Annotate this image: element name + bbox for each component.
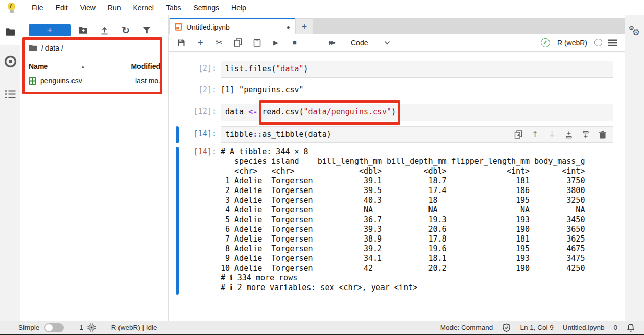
menu-tabs[interactable]: Tabs <box>166 4 181 12</box>
restart-kernel-button[interactable] <box>309 38 318 47</box>
upload-button[interactable] <box>98 24 111 36</box>
trusted-shield-icon[interactable] <box>502 323 511 332</box>
new-tab-button[interactable]: + <box>296 19 313 34</box>
insert-above-icon <box>565 131 573 139</box>
command-mode-indicator[interactable]: Mode: Command <box>440 324 493 331</box>
saved-check-icon: ✓ <box>541 38 550 47</box>
jupyterlab-window: File Edit View Run Kernel Tabs Settings … <box>0 0 644 335</box>
property-inspector-tab[interactable]: ⚙ ⚙ <box>629 26 642 39</box>
filter-icon <box>142 27 151 34</box>
code-cell-input-active[interactable]: tibble::as_tibble(data) ↑ ↓ <box>221 126 613 143</box>
delete-cell-button[interactable] <box>598 130 607 139</box>
save-icon <box>177 39 185 47</box>
cursor-position-indicator[interactable]: Ln 1, Col 9 <box>520 324 553 331</box>
tab-untitled-ipynb[interactable]: Untitled.ipynb ● <box>170 18 295 34</box>
sidebar-tab-running-kernels[interactable] <box>0 52 20 70</box>
file-name: penguins.csv <box>40 77 82 85</box>
file-modified: last mo. <box>135 77 160 85</box>
breadcrumb-path[interactable]: / data / <box>41 44 63 52</box>
cell-type-dropdown[interactable]: Code <box>351 39 390 47</box>
insert-cell-below-button[interactable] <box>581 130 590 139</box>
sidebar-tab-table-of-contents[interactable] <box>0 85 20 103</box>
upload-icon <box>100 26 109 35</box>
kernel-status-item[interactable]: R (webR) | Idle <box>111 324 157 331</box>
chip-icon <box>87 323 96 332</box>
tab-title: Untitled.ipynb <box>186 23 230 31</box>
toolbar-menu-button[interactable] <box>608 39 617 46</box>
menu-bar: File Edit View Run Kernel Tabs Settings … <box>0 0 644 15</box>
duplicate-cell-button[interactable] <box>514 130 522 139</box>
code-cell-input[interactable]: list.files("data") <box>221 61 613 78</box>
output-collapser[interactable] <box>176 147 179 295</box>
column-header-name[interactable]: Name <box>29 62 48 70</box>
cell-output-text: [1] "penguins.csv" <box>221 85 304 95</box>
menu-edit[interactable]: Edit <box>56 4 68 12</box>
kernel-session-count: 1 <box>79 324 83 331</box>
notebook-dock-panel: Untitled.ipynb ● + + ✂ <box>169 15 625 321</box>
sort-ascending-icon: ▲ <box>81 64 85 69</box>
sidebar-tab-file-browser[interactable] <box>0 22 20 41</box>
gear-icon: ⚙ <box>632 27 640 38</box>
tab-bar: Untitled.ipynb ● + <box>169 18 625 34</box>
run-cell-button[interactable]: ▶ <box>271 38 280 47</box>
menu-kernel[interactable]: Kernel <box>133 4 153 12</box>
file-list-header: Name ▲ Modified <box>29 60 160 73</box>
refresh-button[interactable]: ↻ <box>119 24 132 36</box>
notebook-icon <box>175 23 182 31</box>
list-icon <box>5 89 16 99</box>
lightbulb-base <box>10 10 14 13</box>
add-cell-button[interactable]: + <box>196 38 205 47</box>
dirty-indicator-icon[interactable]: ● <box>287 23 290 31</box>
menu-settings[interactable]: Settings <box>194 4 220 12</box>
new-launcher-button[interactable]: + <box>29 24 71 36</box>
status-right-group: Mode: Command Ln 1, Col 9 Untitled.ipynb… <box>440 323 635 332</box>
activity-bar <box>0 15 20 321</box>
new-folder-icon <box>78 26 88 34</box>
copy-cells-button[interactable] <box>233 38 243 47</box>
status-left-group: Simple <box>18 323 64 332</box>
cut-cells-button[interactable]: ✂ <box>214 38 224 47</box>
cell-output-prompt-active: [14]: <box>169 147 217 157</box>
kernel-sessions-item[interactable]: 1 <box>79 323 96 332</box>
kernel-status-icon <box>594 39 602 46</box>
menu-run[interactable]: Run <box>108 4 121 12</box>
move-cell-up-button[interactable]: ↑ <box>531 130 539 139</box>
bell-icon[interactable] <box>627 323 635 332</box>
menu-view[interactable]: View <box>80 4 96 12</box>
cell-type-value: Code <box>351 39 368 47</box>
simple-mode-label: Simple <box>18 324 39 331</box>
cell-input-prompt: [2]: <box>169 64 217 74</box>
fast-forward-icon: ▶▶ <box>329 39 336 46</box>
paste-cells-button[interactable] <box>252 38 261 47</box>
toolbar-right-group: ✓ R (webR) <box>541 38 617 47</box>
duplicate-icon <box>514 130 522 139</box>
filter-button[interactable] <box>140 24 153 36</box>
trash-icon <box>599 131 606 139</box>
move-cell-down-button[interactable]: ↓ <box>547 130 556 139</box>
menu-help[interactable]: Help <box>231 4 246 12</box>
toggle-knob <box>45 324 53 331</box>
new-folder-button[interactable] <box>76 24 89 36</box>
right-sidebar: ⚙ ⚙ <box>625 15 644 321</box>
status-bar: Simple 1 R (webR) | Idle Mode: Command L… <box>0 321 644 334</box>
insert-cell-above-button[interactable] <box>564 130 573 139</box>
tibble-output: # A tibble: 344 × 8 species island bill_… <box>221 147 585 293</box>
interrupt-kernel-button[interactable]: ■ <box>290 38 299 47</box>
cell-toolbar: ↑ ↓ <box>514 127 607 142</box>
column-header-modified[interactable]: Modified <box>131 62 160 70</box>
restart-run-all-button[interactable]: ▶▶ <box>328 38 337 47</box>
cell-input-prompt-active: [14]: <box>169 129 217 139</box>
notification-count[interactable]: 0 <box>613 324 617 331</box>
copy-icon <box>234 38 242 47</box>
insert-below-icon <box>582 131 590 139</box>
stop-circle-icon <box>4 55 17 68</box>
kernel-name-button[interactable]: R (webR) <box>557 39 587 47</box>
csv-file-icon <box>29 77 36 85</box>
file-row[interactable]: penguins.csv last mo. <box>29 75 160 87</box>
folder-icon <box>5 28 16 36</box>
simple-mode-toggle[interactable] <box>44 323 64 332</box>
save-button[interactable] <box>177 38 186 47</box>
breadcrumb[interactable]: / data / <box>29 42 63 54</box>
menu-file[interactable]: File <box>32 4 43 12</box>
code-cell-input[interactable]: data <- read.csv("data/penguins.csv") <box>221 104 613 121</box>
